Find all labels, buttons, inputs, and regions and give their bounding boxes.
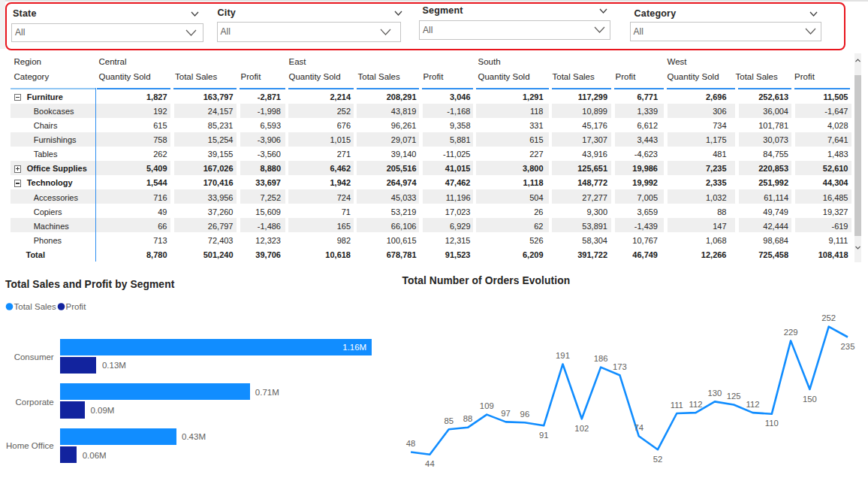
- svg-text:229: 229: [784, 328, 798, 337]
- svg-text:109: 109: [480, 401, 494, 410]
- svg-text:96: 96: [520, 410, 530, 419]
- svg-text:112: 112: [689, 400, 703, 409]
- svg-text:48: 48: [406, 439, 416, 448]
- svg-text:52: 52: [653, 455, 663, 464]
- svg-text:110: 110: [765, 419, 779, 428]
- svg-text:44: 44: [425, 459, 435, 468]
- svg-text:235: 235: [841, 342, 855, 351]
- svg-text:191: 191: [556, 351, 570, 360]
- svg-text:130: 130: [707, 389, 722, 398]
- svg-text:111: 111: [671, 401, 683, 410]
- svg-text:74: 74: [634, 423, 643, 432]
- svg-text:125: 125: [727, 392, 741, 401]
- svg-text:173: 173: [613, 362, 627, 371]
- svg-text:102: 102: [574, 424, 589, 433]
- svg-text:91: 91: [539, 431, 549, 440]
- svg-text:186: 186: [594, 354, 608, 363]
- svg-text:88: 88: [463, 414, 473, 423]
- svg-text:97: 97: [501, 409, 511, 418]
- svg-text:252: 252: [821, 313, 836, 322]
- svg-text:150: 150: [803, 395, 817, 404]
- svg-text:85: 85: [444, 416, 454, 425]
- svg-text:112: 112: [746, 400, 759, 409]
